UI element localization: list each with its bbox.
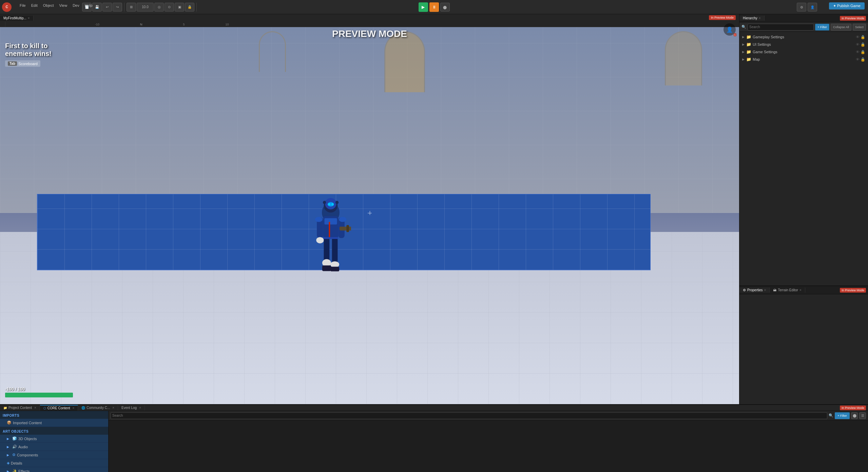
grid-btn[interactable]: ▣ [175,3,184,12]
folder-icon: 📁 [746,42,751,47]
terrain-editor-tab-label: Terrain Editor [778,288,798,292]
viewport-tab-close[interactable]: × [28,16,30,20]
bottom-tab-event-log[interactable]: Event Log × [118,405,145,410]
eye-icon[interactable]: 👁 [856,42,860,46]
audio-item[interactable]: ▶ 🔊 Audio [0,443,108,451]
main-toolbar: C 📄 💾 ↩ ↪ ⊞ 10.0 ◎ ⊙ ▣ 🔒 ▶ ⏸ ⬤ ⚙ 👤 ✦ Pub… [0,0,868,14]
scoreboard-tab[interactable]: Tab Scoreboard [5,60,40,67]
hierarchy-tab-bar: Hierarchy × In Preview Mode [739,14,868,22]
pause-button[interactable]: ⏸ [429,2,439,12]
hierarchy-arrow: ▶ [742,58,746,61]
menu-help[interactable]: Help [82,3,95,8]
scoreboard-label: Scoreboard [18,62,38,66]
tab-key: Tab [8,61,17,66]
lock-icon[interactable]: 🔒 [861,50,865,54]
svg-rect-11 [340,227,351,231]
lock-icon[interactable]: 🔒 [861,57,865,62]
hierarchy-tab[interactable]: Hierarchy × [739,16,765,21]
middle-section: MyFirstMultip... × In Preview Mode -10 N… [0,14,868,404]
3d-objects-item[interactable]: ▶ 🧊 3D Objects [0,435,108,443]
toolbar-right-icons: ⚙ 👤 [797,3,817,12]
hierarchy-item[interactable]: ▶ 📁 Map 👁 🔒 [739,56,868,63]
svg-rect-12 [347,225,349,232]
hierarchy-item-label: Game Settings [753,50,777,54]
viewport-preview-badge: In Preview Mode [709,15,736,20]
main-layout: MyFirstMultip... × In Preview Mode -10 N… [0,14,868,472]
svg-point-21 [328,203,330,205]
menu-object[interactable]: Object [40,3,57,8]
publish-button[interactable]: ✦ Publish Game [829,2,865,9]
undo-btn[interactable]: ↩ [102,3,112,12]
bottom-tab-community[interactable]: 🌐 Community C... × [78,405,118,410]
lock-icon[interactable]: 🔒 [861,42,865,47]
hierarchy-filter-btn[interactable]: + Filter [815,24,829,31]
content-filter-btn[interactable]: + Filter [835,412,850,419]
object-btn[interactable]: ⊞ [127,3,136,12]
hierarchy-arrow: ▶ [742,50,746,54]
right-panel: Hierarchy × In Preview Mode 🔍 + Filter C… [739,14,868,404]
bottom-tab-core-content[interactable]: ⬡ CORE Content × [40,405,78,411]
hud-bottom: -100 / 100 [5,387,73,397]
viewport: MyFirstMultip... × In Preview Mode -10 N… [0,14,739,404]
hierarchy-item[interactable]: ▶ 📁 UI Settings 👁 🔒 [739,41,868,48]
lock-icon[interactable]: 🔒 [861,35,865,39]
eye-icon[interactable]: 👁 [856,57,860,61]
hierarchy-item[interactable]: ▶ 📁 Game Settings 👁 🔒 [739,48,868,56]
user-icon[interactable]: 👤 [808,3,817,12]
properties-tab-close[interactable]: × [764,288,766,292]
svg-point-24 [339,217,346,222]
content-search-bar: 🔍 + Filter ⬤ ☰ [109,411,868,420]
health-text: -100 / 100 [5,387,73,392]
health-bar-background [5,393,73,397]
menu-dev[interactable]: Dev [70,3,82,8]
menu-view[interactable]: View [57,3,70,8]
content-list-toggle[interactable]: ☰ [859,412,866,419]
svg-rect-7 [325,218,337,224]
zoom-input[interactable]: 10.0 [137,3,154,12]
hierarchy-item[interactable]: ▶ 📁 Gameplay Settings 👁 🔒 [739,33,868,41]
imports-header: IMPORTS [0,412,108,419]
components-item[interactable]: ▶ ⚙ Components [0,451,108,459]
content-search-input[interactable] [111,412,827,419]
properties-tab[interactable]: ⚙ Properties × [739,288,770,293]
eye-icon[interactable]: 👁 [856,50,860,54]
hierarchy-search-input[interactable] [748,24,814,31]
hierarchy-tab-close[interactable]: × [759,16,761,20]
terrain-editor-tab[interactable]: 🏔 Terrain Editor × [770,288,805,293]
ruler-top: -10 N 5 10 [0,22,739,27]
camera-btn[interactable]: ⊙ [165,3,174,12]
effects-item[interactable]: ▶ ✨ Effects [0,467,108,472]
toolbar-group-objects: ⊞ 10.0 ◎ ⊙ ▣ 🔒 [127,3,197,12]
hierarchy-toolbar: 🔍 + Filter Collapse All Select [739,22,868,32]
bottom-tab-project-content[interactable]: 📁 Project Content × [0,405,40,410]
hierarchy-collapse-btn[interactable]: Collapse All [831,24,851,31]
settings-icon[interactable]: ⚙ [797,3,806,12]
svg-rect-25 [323,237,339,239]
hierarchy-select-btn[interactable]: Select [853,24,866,31]
arch-right [665,31,702,85]
details-item[interactable]: ◈ Details [0,459,108,467]
viewport-tab[interactable]: MyFirstMultip... × [0,16,34,21]
first-to-kill-text: First to kill to [5,42,52,50]
svg-point-22 [331,203,334,205]
hierarchy-item-label: Map [753,57,760,61]
menu-edit[interactable]: Edit [28,3,40,8]
hierarchy-item-label: UI Settings [753,42,771,46]
eye-icon[interactable]: 👁 [856,35,860,39]
content-main: IMPORTS 📦 Imported Content ART OBJECTS ▶… [0,411,868,472]
player-character [310,194,351,282]
bottom-tab-bar: 📁 Project Content × ⬡ CORE Content × 🌐 C… [0,405,868,411]
imported-content-item[interactable]: 📦 Imported Content [0,419,108,427]
hierarchy-arrow: ▶ [742,43,746,46]
play-button[interactable]: ▶ [419,2,428,12]
content-view-toggle[interactable]: ⬤ [851,412,858,419]
playback-controls: ▶ ⏸ ⬤ [419,2,450,12]
snap-btn[interactable]: 🔒 [185,3,194,12]
rotate-btn[interactable]: ◎ [154,3,164,12]
redo-btn[interactable]: ↪ [113,3,122,12]
arch-center [384,31,425,92]
terrain-editor-tab-close[interactable]: × [799,288,802,292]
menu-file[interactable]: File [17,3,28,8]
player-count-icon: 👤 1 [724,23,736,36]
stop-button[interactable]: ⬤ [440,3,450,12]
